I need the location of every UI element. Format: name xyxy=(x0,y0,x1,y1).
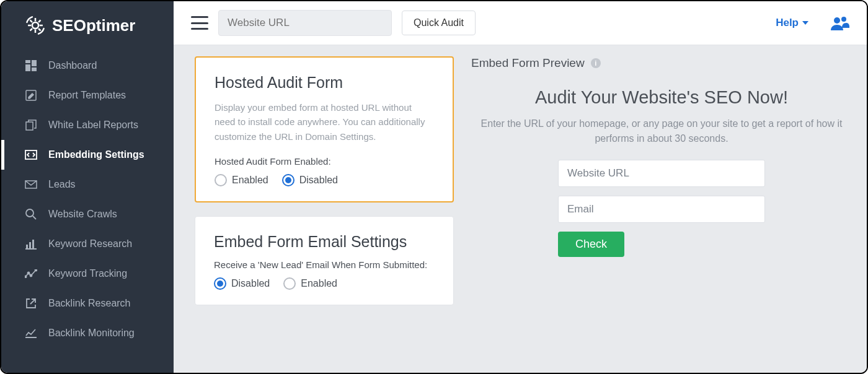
radio-label: Enabled xyxy=(232,175,268,186)
dashboard-icon xyxy=(25,59,37,72)
hosted-disabled-radio[interactable]: Disabled xyxy=(282,174,338,186)
svg-point-15 xyxy=(28,272,30,274)
sidebar-item-label: Keyword Research xyxy=(48,238,132,250)
sidebar-item-label: Dashboard xyxy=(48,60,97,71)
svg-point-18 xyxy=(834,17,840,24)
users-icon[interactable] xyxy=(831,15,849,30)
help-dropdown[interactable]: Help xyxy=(776,17,808,29)
sidebar-item-report-templates[interactable]: Report Templates xyxy=(1,80,174,110)
help-label: Help xyxy=(776,17,799,29)
preview-lead: Enter the URL of your homepage, or any p… xyxy=(476,116,848,146)
external-link-icon xyxy=(25,297,37,310)
sidebar-item-label: Leads xyxy=(48,179,76,190)
radio-icon xyxy=(283,277,296,290)
menu-toggle-icon[interactable] xyxy=(191,16,208,30)
radio-label: Disabled xyxy=(231,278,270,289)
sidebar-item-keyword-tracking[interactable]: Keyword Tracking xyxy=(1,259,174,289)
sidebar-item-embedding[interactable]: Embedding Settings xyxy=(1,140,174,170)
sidebar-item-backlink-monitoring[interactable]: Backlink Monitoring xyxy=(1,318,174,348)
card-description: Display your embed form at hosted URL wi… xyxy=(215,100,434,144)
radio-icon xyxy=(214,277,226,290)
svg-rect-6 xyxy=(26,122,33,130)
preview-body: Audit Your Website's SEO Now! Enter the … xyxy=(471,87,852,257)
radio-label: Enabled xyxy=(301,278,337,289)
hosted-enabled-radio-group: Enabled Disabled xyxy=(215,174,434,186)
svg-rect-4 xyxy=(32,67,37,71)
embed-email-settings-card: Embed Form Email Settings Receive a 'New… xyxy=(195,216,454,305)
main: Quick Audit Help Hosted Audit Form Displ… xyxy=(174,1,867,373)
quick-audit-button[interactable]: Quick Audit xyxy=(402,11,476,35)
hosted-enabled-label: Hosted Audit Form Enabled: xyxy=(215,156,434,167)
sidebar-item-keyword-research[interactable]: Keyword Research xyxy=(1,229,174,259)
sidebar-item-dashboard[interactable]: Dashboard xyxy=(1,51,174,80)
hosted-enabled-radio[interactable]: Enabled xyxy=(215,174,268,186)
content: Hosted Audit Form Display your embed for… xyxy=(174,45,867,373)
sidebar-item-label: Backlink Monitoring xyxy=(48,328,135,339)
sidebar: SEOptimer Dashboard Report Templates Whi… xyxy=(1,1,174,373)
gear-arrows-icon xyxy=(25,15,46,36)
line-up-icon xyxy=(25,267,37,280)
radio-icon xyxy=(215,174,227,186)
sidebar-item-leads[interactable]: Leads xyxy=(1,170,174,199)
svg-point-14 xyxy=(25,276,27,278)
search-icon xyxy=(25,208,37,220)
embed-icon xyxy=(25,149,37,161)
svg-point-17 xyxy=(35,269,37,271)
caret-down-icon xyxy=(802,21,808,25)
sidebar-item-label: Backlink Research xyxy=(48,298,131,309)
svg-rect-1 xyxy=(25,60,30,63)
svg-point-0 xyxy=(32,22,38,28)
info-icon[interactable]: i xyxy=(591,58,601,68)
svg-rect-11 xyxy=(29,242,31,249)
sidebar-item-label: Keyword Tracking xyxy=(48,268,127,279)
preview-email-input[interactable] xyxy=(558,196,765,223)
sidebar-item-backlink-research[interactable]: Backlink Research xyxy=(1,289,174,318)
topbar: Quick Audit Help xyxy=(174,1,867,45)
copy-icon xyxy=(25,119,37,131)
trend-icon xyxy=(25,327,37,339)
svg-rect-10 xyxy=(26,245,28,249)
sidebar-item-label: Website Crawls xyxy=(48,209,117,220)
svg-rect-12 xyxy=(32,240,34,249)
bar-chart-icon xyxy=(25,238,37,250)
preview-title: Audit Your Website's SEO Now! xyxy=(471,87,852,108)
card-title: Embed Form Email Settings xyxy=(214,233,435,251)
brand-logo[interactable]: SEOptimer xyxy=(1,1,174,51)
preview-header-label: Embed Form Preview xyxy=(471,56,585,70)
hosted-audit-form-card: Hosted Audit Form Display your embed for… xyxy=(195,56,454,202)
brand-name: SEOptimer xyxy=(52,16,135,35)
edit-icon xyxy=(25,89,37,102)
email-receive-label: Receive a 'New Lead' Email When Form Sub… xyxy=(214,259,435,270)
sidebar-nav: Dashboard Report Templates White Label R… xyxy=(1,51,174,348)
svg-point-16 xyxy=(30,275,32,277)
svg-rect-2 xyxy=(32,60,37,66)
check-button[interactable]: Check xyxy=(558,232,624,257)
email-receive-radio-group: Disabled Enabled xyxy=(214,277,435,290)
svg-point-19 xyxy=(841,17,846,22)
preview-column: Embed Form Preview i Audit Your Website'… xyxy=(471,56,852,373)
sidebar-item-crawls[interactable]: Website Crawls xyxy=(1,199,174,229)
preview-form: Check xyxy=(558,160,765,257)
mail-icon xyxy=(25,178,37,191)
email-disabled-radio[interactable]: Disabled xyxy=(214,277,270,290)
svg-point-9 xyxy=(26,209,33,217)
preview-header: Embed Form Preview i xyxy=(471,56,852,70)
sidebar-item-white-label[interactable]: White Label Reports xyxy=(1,110,174,140)
svg-rect-3 xyxy=(25,64,30,71)
preview-url-input[interactable] xyxy=(558,160,765,187)
settings-column: Hosted Audit Form Display your embed for… xyxy=(195,56,454,373)
sidebar-item-label: Embedding Settings xyxy=(48,149,144,160)
svg-rect-13 xyxy=(25,248,37,250)
card-title: Hosted Audit Form xyxy=(215,74,434,92)
email-enabled-radio[interactable]: Enabled xyxy=(283,277,337,290)
sidebar-item-label: Report Templates xyxy=(48,90,126,101)
radio-label: Disabled xyxy=(299,175,338,186)
sidebar-item-label: White Label Reports xyxy=(48,120,138,131)
radio-icon xyxy=(282,174,294,186)
website-url-input[interactable] xyxy=(218,10,392,36)
